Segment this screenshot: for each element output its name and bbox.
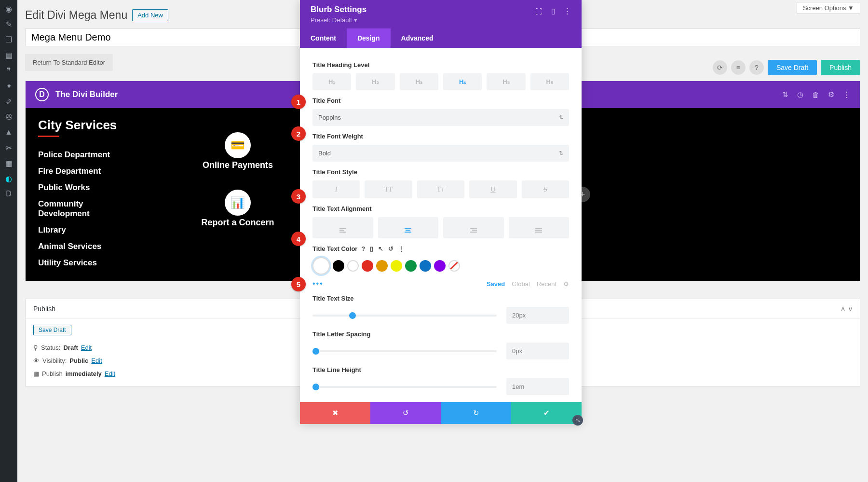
color-swatch-blue[interactable] xyxy=(420,260,431,272)
strikethrough-button[interactable]: S xyxy=(522,180,569,198)
h2-button[interactable]: H₂ xyxy=(356,73,394,90)
marker-2: 2 xyxy=(291,126,306,141)
color-tab-global[interactable]: Global xyxy=(512,280,530,288)
trash-icon[interactable]: 🗑 xyxy=(812,91,819,99)
h5-button[interactable]: H₅ xyxy=(487,73,525,90)
line-height-slider[interactable] xyxy=(312,386,497,388)
smallcaps-button[interactable]: Tᴛ xyxy=(417,180,464,198)
divi-color-icon[interactable]: ◐ xyxy=(4,174,14,183)
add-new-button[interactable]: Add New xyxy=(132,9,168,21)
color-swatch-red[interactable] xyxy=(362,260,373,272)
chevron-down-icon[interactable]: v xyxy=(849,305,852,313)
color-swatch-orange[interactable] xyxy=(376,260,388,272)
divi-d-icon[interactable]: D xyxy=(4,189,14,199)
hover-icon[interactable]: ↖ xyxy=(378,245,383,252)
clock-icon[interactable]: ◷ xyxy=(797,90,803,99)
redo-button[interactable]: ↻ xyxy=(441,402,511,424)
cancel-button[interactable]: ✖ xyxy=(300,402,370,424)
payments-icon: 💳 xyxy=(225,132,251,158)
uppercase-button[interactable]: TT xyxy=(365,180,412,198)
pin-icon[interactable]: ✎ xyxy=(4,19,14,29)
h6-button[interactable]: H₆ xyxy=(530,73,569,90)
align-justify-button[interactable] xyxy=(509,217,570,238)
confirm-button[interactable]: ✔ xyxy=(511,402,582,424)
more-colors-icon[interactable]: ••• xyxy=(312,279,324,288)
weight-select[interactable]: Bold ⇅ xyxy=(312,145,569,162)
save-draft-button[interactable]: Save Draft xyxy=(768,60,817,75)
weight-value: Bold xyxy=(318,150,331,157)
size-slider[interactable] xyxy=(312,315,497,317)
gear-icon[interactable]: ⚙ xyxy=(828,90,834,99)
align-right-button[interactable] xyxy=(443,217,504,238)
list-item[interactable]: Public Works xyxy=(38,179,158,196)
align-left-button[interactable] xyxy=(312,217,373,238)
color-swatch-white[interactable] xyxy=(347,260,359,272)
swap-icon[interactable]: ⇅ xyxy=(782,90,788,99)
visibility-value: Public xyxy=(69,357,88,364)
publish-header-title: Publish xyxy=(33,305,55,313)
thumbtack-icon[interactable]: ✦ xyxy=(4,81,14,91)
tab-advanced[interactable]: Advanced xyxy=(391,28,444,48)
font-select[interactable]: Poppins ⇅ xyxy=(312,109,569,126)
kebab-icon[interactable]: ⋮ xyxy=(398,245,405,252)
portability-icon[interactable]: ⟳ xyxy=(713,60,727,75)
modal-preset[interactable]: Preset: Default ▾ xyxy=(311,14,366,28)
color-swatch-yellow[interactable] xyxy=(391,260,402,272)
resize-handle[interactable]: ⤡ xyxy=(572,415,583,426)
edit-publish-link[interactable]: Edit xyxy=(105,370,115,377)
spacing-slider[interactable] xyxy=(312,350,497,352)
device-icon[interactable]: ▯ xyxy=(370,245,373,252)
settings-icon[interactable]: ▦ xyxy=(4,158,14,168)
media-icon[interactable]: ❐ xyxy=(4,35,14,44)
help-icon[interactable]: ? xyxy=(749,60,764,75)
list-item[interactable]: Animal Services xyxy=(38,238,158,255)
edit-visibility-link[interactable]: Edit xyxy=(91,357,102,364)
screen-options-button[interactable]: Screen Options ▼ xyxy=(797,2,860,14)
return-editor-button[interactable]: Return To Standard Editor xyxy=(25,54,113,71)
brush-icon[interactable]: ✐ xyxy=(4,96,14,106)
users-icon[interactable]: ▲ xyxy=(4,127,14,137)
tab-design[interactable]: Design xyxy=(347,28,391,48)
color-tab-recent[interactable]: Recent xyxy=(537,280,556,288)
plugins-icon[interactable]: ✇ xyxy=(4,112,14,122)
color-tab-saved[interactable]: Saved xyxy=(487,280,505,288)
underline-button[interactable]: U xyxy=(469,180,516,198)
color-swatch-green[interactable] xyxy=(405,260,417,272)
color-gear-icon[interactable]: ⚙ xyxy=(563,280,569,288)
color-swatch-purple[interactable] xyxy=(434,260,446,272)
color-swatch-black[interactable] xyxy=(333,260,344,272)
list-item[interactable]: Community Development xyxy=(38,196,106,222)
undo-button[interactable]: ↺ xyxy=(370,402,441,424)
tab-content[interactable]: Content xyxy=(300,28,347,48)
list-item[interactable]: Utility Services xyxy=(38,255,158,271)
h3-button[interactable]: H₃ xyxy=(400,73,438,90)
italic-button[interactable]: I xyxy=(312,180,360,198)
line-height-value[interactable]: 1em xyxy=(506,378,569,395)
kebab-icon[interactable]: ⋮ xyxy=(843,90,850,99)
kebab-icon[interactable]: ⋮ xyxy=(564,7,571,15)
reset-icon[interactable]: ↺ xyxy=(388,245,393,252)
pages-icon[interactable]: ▤ xyxy=(4,50,14,60)
size-value[interactable]: 20px xyxy=(506,307,569,324)
edit-status-link[interactable]: Edit xyxy=(81,344,92,351)
h4-button[interactable]: H₄ xyxy=(443,73,482,90)
publish-button[interactable]: Publish xyxy=(821,60,860,75)
layout-icon[interactable]: ▯ xyxy=(551,7,555,15)
responsive-icon[interactable]: ⛶ xyxy=(535,7,542,15)
color-swatch-selected[interactable] xyxy=(312,257,330,275)
help-icon[interactable]: ? xyxy=(361,245,365,252)
align-center-button[interactable] xyxy=(378,217,439,238)
history-icon[interactable]: ≡ xyxy=(731,60,746,75)
spacing-value[interactable]: 0px xyxy=(506,343,569,359)
tools-icon[interactable]: ✂ xyxy=(4,143,14,152)
comments-icon[interactable]: ❞ xyxy=(4,66,14,75)
h1-button[interactable]: H₁ xyxy=(312,73,351,90)
list-item[interactable]: Police Department xyxy=(38,147,158,163)
blurb-title: Online Payments xyxy=(203,160,273,170)
dashboard-icon[interactable]: ◉ xyxy=(4,4,14,14)
chevron-up-icon[interactable]: ʌ xyxy=(841,305,845,313)
save-draft-small-button[interactable]: Save Draft xyxy=(33,325,71,335)
color-swatch-none[interactable] xyxy=(448,260,460,272)
list-item[interactable]: Fire Department xyxy=(38,163,158,179)
list-item[interactable]: Library xyxy=(38,222,158,238)
